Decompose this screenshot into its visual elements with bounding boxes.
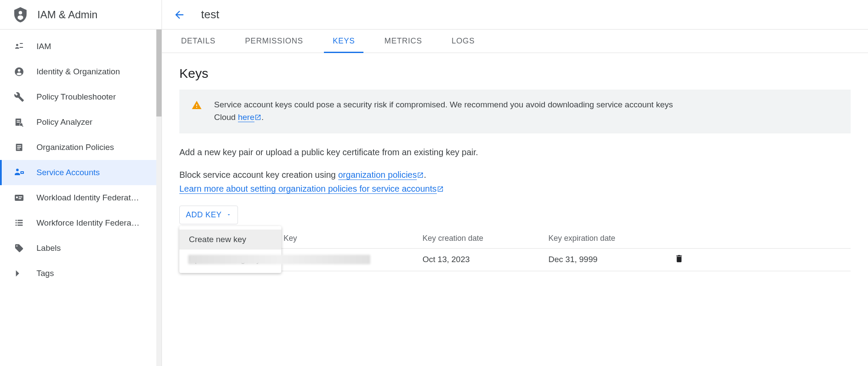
svg-rect-16 xyxy=(19,196,22,197)
tab-logs[interactable]: LOGS xyxy=(450,30,476,53)
cell-expiration-date: Dec 31, 9999 xyxy=(548,255,674,264)
card-icon xyxy=(14,193,24,203)
nav-label: Labels xyxy=(36,243,61,253)
tabs: DETAILS PERMISSIONS KEYS METRICS LOGS xyxy=(162,30,868,53)
main-content: test DETAILS PERMISSIONS KEYS METRICS LO… xyxy=(162,0,868,366)
warning-period: . xyxy=(261,113,264,122)
cell-key xyxy=(284,255,422,264)
org-policies-link[interactable]: organization policies xyxy=(338,170,417,180)
nav-item-labels[interactable]: Labels xyxy=(0,236,162,261)
svg-point-11 xyxy=(16,169,19,171)
iam-icon xyxy=(14,41,24,52)
nav-item-service-accounts[interactable]: Service Accounts xyxy=(0,160,162,185)
main-header: test xyxy=(162,0,868,30)
col-expiration: Key expiration date xyxy=(548,234,674,243)
trash-icon xyxy=(674,254,684,263)
nav-label: Policy Analyzer xyxy=(36,117,92,127)
nav-item-workload-identity[interactable]: Workload Identity Federat… xyxy=(0,185,162,210)
warning-icon xyxy=(191,100,202,112)
cell-creation-date: Oct 13, 2023 xyxy=(422,255,548,264)
add-key-dropdown: Create new key Upload existing key xyxy=(179,226,281,273)
nav-label: Policy Troubleshooter xyxy=(36,92,116,102)
svg-rect-23 xyxy=(17,225,23,226)
col-key: Key xyxy=(284,234,422,243)
chevron-icon xyxy=(14,268,24,279)
svg-rect-21 xyxy=(17,222,23,223)
svg-rect-20 xyxy=(16,222,17,223)
scrollbar-thumb[interactable] xyxy=(156,30,162,116)
tag-icon xyxy=(14,243,24,253)
tab-details[interactable]: DETAILS xyxy=(179,30,217,53)
svg-rect-4 xyxy=(17,120,20,121)
arrow-left-icon xyxy=(173,9,185,21)
service-account-icon xyxy=(14,167,24,178)
warning-here-link[interactable]: here xyxy=(238,113,254,122)
dropdown-arrow-icon xyxy=(226,212,231,217)
add-key-button[interactable]: ADD KEY xyxy=(179,206,238,224)
svg-rect-5 xyxy=(17,122,20,123)
svg-point-0 xyxy=(19,11,22,14)
nav-label: Workforce Identity Federa… xyxy=(36,218,139,228)
nav-label: Service Accounts xyxy=(36,168,100,177)
nav-label: Workload Identity Federat… xyxy=(36,193,139,203)
external-link-icon xyxy=(417,169,424,182)
back-button[interactable] xyxy=(171,6,188,23)
external-link-icon xyxy=(437,183,444,196)
info-block-suffix: . xyxy=(424,170,426,180)
dropdown-create-new-key[interactable]: Create new key xyxy=(179,230,281,250)
external-link-icon xyxy=(254,112,261,124)
sidebar: IAM & Admin IAM Identity & Organization … xyxy=(0,0,162,366)
svg-rect-17 xyxy=(19,198,21,199)
nav-item-policy-troubleshooter[interactable]: Policy Troubleshooter xyxy=(0,84,162,110)
learn-more-link[interactable]: Learn more about setting organization po… xyxy=(179,184,437,194)
warning-banner: Service account keys could pose a securi… xyxy=(179,90,851,133)
sidebar-header: IAM & Admin xyxy=(0,0,162,30)
wrench-icon xyxy=(14,92,24,102)
svg-rect-9 xyxy=(17,147,21,148)
nav-item-tags[interactable]: Tags xyxy=(0,261,162,286)
list-icon xyxy=(14,218,24,228)
nav-item-iam[interactable]: IAM xyxy=(0,34,162,59)
info-block: Block service account key creation using… xyxy=(179,168,851,196)
add-key-label: ADD KEY xyxy=(186,210,222,220)
info-add-key: Add a new key pair or upload a public ke… xyxy=(179,146,851,159)
svg-rect-22 xyxy=(16,225,17,226)
nav-item-identity-org[interactable]: Identity & Organization xyxy=(0,59,162,84)
tab-permissions[interactable]: PERMISSIONS xyxy=(243,30,305,53)
nav-label: Identity & Organization xyxy=(36,67,120,77)
svg-rect-19 xyxy=(17,220,23,221)
info-block-prefix: Block service account key creation using xyxy=(179,170,338,180)
warning-text: Service account keys could pose a securi… xyxy=(214,98,673,125)
nav-label: Tags xyxy=(36,269,54,278)
svg-point-2 xyxy=(18,69,20,72)
analyzer-icon xyxy=(14,117,24,127)
col-creation: Key creation date xyxy=(422,234,548,243)
tab-metrics[interactable]: METRICS xyxy=(383,30,424,53)
page-title: test xyxy=(201,8,219,21)
svg-rect-13 xyxy=(21,172,23,173)
nav-item-org-policies[interactable]: Organization Policies xyxy=(0,135,162,160)
nav-label: Organization Policies xyxy=(36,143,114,152)
svg-rect-8 xyxy=(17,145,21,146)
sidebar-nav: IAM Identity & Organization Policy Troub… xyxy=(0,30,162,286)
page-icon xyxy=(14,142,24,153)
warning-text-prefix: Service account keys could pose a securi… xyxy=(214,100,673,109)
person-circle-icon xyxy=(14,67,24,77)
redacted-key-value xyxy=(188,255,370,264)
sidebar-title: IAM & Admin xyxy=(37,9,98,21)
nav-item-workforce-identity[interactable]: Workforce Identity Federa… xyxy=(0,210,162,236)
nav-label: IAM xyxy=(36,42,51,51)
tab-keys[interactable]: KEYS xyxy=(331,30,356,53)
shield-icon xyxy=(12,7,29,23)
content-area: Keys Service account keys could pose a s… xyxy=(162,53,868,284)
section-title-keys: Keys xyxy=(179,66,851,81)
warning-text-cloud: Cloud xyxy=(214,113,238,122)
nav-item-policy-analyzer[interactable]: Policy Analyzer xyxy=(0,110,162,135)
delete-key-button[interactable] xyxy=(674,254,700,266)
svg-rect-10 xyxy=(17,149,20,150)
svg-rect-18 xyxy=(16,220,17,221)
svg-rect-15 xyxy=(16,196,18,198)
